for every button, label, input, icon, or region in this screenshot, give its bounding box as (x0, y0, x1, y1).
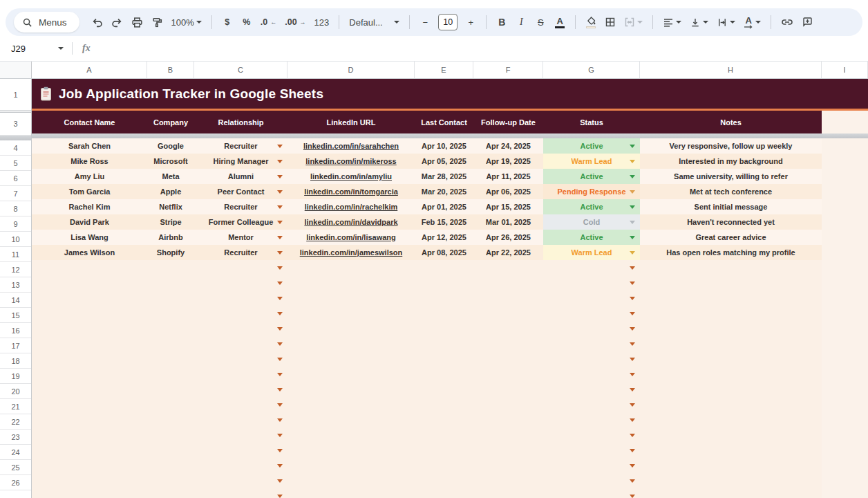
cell-linkedin-url[interactable]: linkedin.com/in/davidpark (287, 214, 415, 230)
cell-followup-date[interactable]: Apr 11, 2025 (473, 169, 543, 184)
dropdown-arrow-icon[interactable] (277, 266, 283, 270)
cell-empty[interactable] (640, 367, 822, 382)
cell-empty[interactable] (415, 306, 473, 321)
cell-linkedin-url[interactable]: linkedin.com/in/rachelkim (287, 199, 415, 214)
row-header-next[interactable] (0, 490, 31, 498)
cell-empty-i[interactable] (822, 199, 868, 214)
dropdown-arrow-icon[interactable] (630, 251, 635, 255)
cell-empty[interactable] (32, 336, 147, 351)
cell-status[interactable]: Active (543, 230, 640, 245)
row-header-14[interactable]: 14 (0, 293, 31, 308)
cell-status-empty[interactable] (543, 397, 640, 412)
row-header-12[interactable]: 12 (0, 262, 31, 277)
cell-relationship[interactable]: Alumni (194, 169, 287, 184)
cell-empty[interactable] (640, 275, 822, 290)
row-header-17[interactable]: 17 (0, 338, 31, 353)
italic-button[interactable]: I (512, 12, 530, 32)
text-color-button[interactable]: A (551, 12, 569, 32)
cell-empty[interactable] (147, 382, 194, 397)
cell-status-empty[interactable] (543, 382, 640, 397)
cell-contact-name[interactable]: David Park (32, 214, 147, 230)
cell-empty[interactable] (32, 412, 147, 427)
cell-company[interactable]: Netflix (147, 199, 194, 214)
more-formats-button[interactable]: 123 (311, 12, 333, 32)
header-linkedin-url[interactable]: LinkedIn URL (287, 111, 415, 133)
undo-button[interactable] (88, 12, 106, 32)
cell-empty[interactable] (415, 290, 473, 306)
cell-empty-i[interactable] (822, 382, 868, 397)
cell-relationship-empty[interactable] (194, 473, 287, 488)
insert-link-button[interactable] (777, 12, 797, 32)
cell-followup-date[interactable]: Apr 19, 2025 (473, 154, 543, 169)
cell-empty[interactable] (32, 382, 147, 397)
cell-empty-i[interactable] (822, 443, 868, 458)
cell-empty[interactable] (640, 351, 822, 367)
cell-empty[interactable] (287, 351, 415, 367)
row-header-23[interactable]: 23 (0, 430, 31, 445)
cell-relationship[interactable]: Peer Contact (194, 184, 287, 199)
linkedin-link[interactable]: linkedin.com/in/amyliu (310, 172, 392, 181)
cell-empty[interactable] (287, 367, 415, 382)
cell-empty-i[interactable] (822, 458, 868, 473)
cell-linkedin-url[interactable]: linkedin.com/in/tomgarcia (287, 184, 415, 199)
cell-company[interactable]: Meta (147, 169, 194, 184)
cell-empty[interactable] (32, 443, 147, 458)
cell-empty[interactable] (640, 397, 822, 412)
cell-relationship-empty[interactable] (194, 412, 287, 427)
row-header-7[interactable]: 7 (0, 186, 31, 201)
formula-input[interactable] (91, 36, 868, 61)
cell-notes[interactable]: Sent initial message (640, 199, 822, 214)
font-size-input[interactable]: 10 (438, 14, 457, 30)
cell-empty[interactable] (640, 443, 822, 458)
dropdown-arrow-icon[interactable] (630, 495, 635, 498)
column-header-g[interactable]: G (543, 62, 640, 78)
cell-empty[interactable] (287, 397, 415, 412)
cell-contact-name[interactable]: Amy Liu (32, 169, 147, 184)
dropdown-arrow-icon[interactable] (277, 175, 283, 178)
column-header-d[interactable]: D (287, 62, 415, 78)
cell-empty[interactable] (147, 412, 194, 427)
cell-empty[interactable] (32, 351, 147, 367)
cell-status-empty[interactable] (543, 443, 640, 458)
cell-empty-i[interactable] (822, 260, 868, 275)
column-header-h[interactable]: H (640, 62, 822, 78)
cell-empty[interactable] (473, 290, 543, 306)
cell-empty[interactable] (32, 427, 147, 443)
column-header-e[interactable]: E (415, 62, 473, 78)
column-header-i[interactable]: I (822, 62, 868, 78)
cell-empty[interactable] (147, 427, 194, 443)
cell-empty[interactable] (287, 306, 415, 321)
decrease-font-size-button[interactable]: − (416, 12, 434, 32)
cell-empty[interactable] (415, 260, 473, 275)
cell-last-contact[interactable]: Feb 15, 2025 (415, 214, 473, 230)
cell-status-empty[interactable] (543, 275, 640, 290)
cell-status[interactable]: Cold (543, 214, 640, 230)
header-empty-i[interactable] (822, 111, 868, 133)
increase-font-size-button[interactable]: + (462, 12, 480, 32)
cell-empty[interactable] (640, 260, 822, 275)
dropdown-arrow-icon[interactable] (630, 190, 635, 194)
dropdown-arrow-icon[interactable] (630, 418, 635, 422)
cell-last-contact[interactable]: Mar 20, 2025 (415, 184, 473, 199)
cell-empty[interactable] (473, 367, 543, 382)
cell-status-empty[interactable] (543, 336, 640, 351)
linkedin-link[interactable]: linkedin.com/in/tomgarcia (304, 187, 398, 196)
cell-empty[interactable] (147, 321, 194, 336)
dropdown-arrow-icon[interactable] (630, 403, 635, 407)
dropdown-arrow-icon[interactable] (630, 449, 635, 452)
dropdown-arrow-icon[interactable] (630, 388, 635, 391)
cell-empty-i[interactable] (822, 306, 868, 321)
cell-relationship[interactable]: Recruiter (194, 245, 287, 260)
row-header-9[interactable]: 9 (0, 216, 31, 232)
dropdown-arrow-icon[interactable] (277, 388, 283, 391)
linkedin-link[interactable]: linkedin.com/in/rachelkim (305, 203, 398, 211)
cell-relationship-empty[interactable] (194, 351, 287, 367)
cell-empty[interactable] (415, 275, 473, 290)
dropdown-arrow-icon[interactable] (630, 342, 635, 346)
cell-empty[interactable] (287, 473, 415, 488)
select-all-corner[interactable] (0, 62, 32, 78)
cell-empty[interactable] (147, 458, 194, 473)
cell-followup-date[interactable]: Apr 15, 2025 (473, 199, 543, 214)
cell-status[interactable]: Warm Lead (543, 154, 640, 169)
column-header-f[interactable]: F (473, 62, 543, 78)
